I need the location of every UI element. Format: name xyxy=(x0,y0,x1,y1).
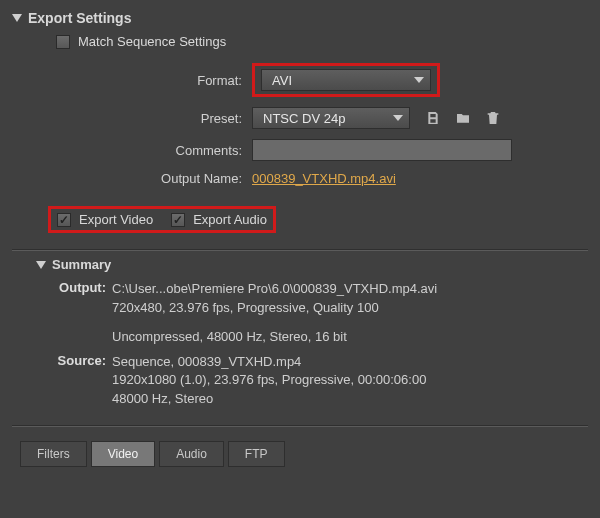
preset-dropdown[interactable]: NTSC DV 24p xyxy=(252,107,410,129)
export-settings-panel: Export Settings Match Sequence Settings … xyxy=(0,0,600,467)
tab-ftp[interactable]: FTP xyxy=(228,441,285,467)
export-settings-header[interactable]: Export Settings xyxy=(12,10,588,26)
divider xyxy=(12,425,588,427)
tabs: Filters Video Audio FTP xyxy=(20,441,588,467)
comments-input[interactable] xyxy=(252,139,512,161)
format-dropdown[interactable]: AVI xyxy=(261,69,431,91)
summary-source-line2: 1920x1080 (1.0), 23.976 fps, Progressive… xyxy=(112,371,588,390)
export-av-highlight: Export Video Export Audio xyxy=(48,206,276,233)
divider xyxy=(12,249,588,251)
delete-preset-icon[interactable] xyxy=(484,110,502,126)
summary-output-row: Output: C:\User...obe\Premiere Pro\6.0\0… xyxy=(48,280,588,347)
export-settings-title: Export Settings xyxy=(28,10,131,26)
output-name-link[interactable]: 000839_VTXHD.mp4.avi xyxy=(252,171,396,186)
preset-label: Preset: xyxy=(12,111,252,126)
export-video-group[interactable]: Export Video xyxy=(57,212,153,227)
summary-output-key: Output: xyxy=(48,280,112,347)
summary-title: Summary xyxy=(52,257,111,272)
export-video-label: Export Video xyxy=(79,212,153,227)
summary-source-value: Sequence, 000839_VTXHD.mp4 1920x1080 (1.… xyxy=(112,353,588,410)
tab-audio[interactable]: Audio xyxy=(159,441,224,467)
summary-output-line1: C:\User...obe\Premiere Pro\6.0\000839_VT… xyxy=(112,280,588,299)
comments-row: Comments: xyxy=(12,139,588,161)
collapse-icon xyxy=(36,261,46,269)
output-name-label: Output Name: xyxy=(12,171,252,186)
format-label: Format: xyxy=(12,73,252,88)
match-sequence-checkbox[interactable] xyxy=(56,35,70,49)
match-sequence-row[interactable]: Match Sequence Settings xyxy=(56,34,588,49)
summary-output-line2: 720x480, 23.976 fps, Progressive, Qualit… xyxy=(112,299,588,318)
export-audio-group[interactable]: Export Audio xyxy=(171,212,267,227)
tab-video[interactable]: Video xyxy=(91,441,155,467)
summary-source-line3: 48000 Hz, Stereo xyxy=(112,390,588,409)
collapse-icon xyxy=(12,14,22,22)
match-sequence-label: Match Sequence Settings xyxy=(78,34,226,49)
summary-source-line1: Sequence, 000839_VTXHD.mp4 xyxy=(112,353,588,372)
summary-body: Output: C:\User...obe\Premiere Pro\6.0\0… xyxy=(48,280,588,409)
summary-source-key: Source: xyxy=(48,353,112,410)
summary-source-row: Source: Sequence, 000839_VTXHD.mp4 1920x… xyxy=(48,353,588,410)
summary-header[interactable]: Summary xyxy=(36,257,588,272)
summary-output-value: C:\User...obe\Premiere Pro\6.0\000839_VT… xyxy=(112,280,588,347)
format-value: AVI xyxy=(272,73,292,88)
preset-value: NTSC DV 24p xyxy=(263,111,345,126)
preset-row: Preset: NTSC DV 24p xyxy=(12,107,588,129)
save-preset-icon[interactable] xyxy=(424,110,442,126)
export-audio-label: Export Audio xyxy=(193,212,267,227)
output-name-row: Output Name: 000839_VTXHD.mp4.avi xyxy=(12,171,588,186)
chevron-down-icon xyxy=(393,115,403,121)
import-preset-icon[interactable] xyxy=(454,110,472,126)
preset-icon-group xyxy=(424,110,502,126)
export-video-checkbox[interactable] xyxy=(57,213,71,227)
export-audio-checkbox[interactable] xyxy=(171,213,185,227)
comments-label: Comments: xyxy=(12,143,252,158)
summary-output-line3: Uncompressed, 48000 Hz, Stereo, 16 bit xyxy=(112,328,588,347)
format-row: Format: AVI xyxy=(12,63,588,97)
format-highlight: AVI xyxy=(252,63,440,97)
chevron-down-icon xyxy=(414,77,424,83)
tab-filters[interactable]: Filters xyxy=(20,441,87,467)
